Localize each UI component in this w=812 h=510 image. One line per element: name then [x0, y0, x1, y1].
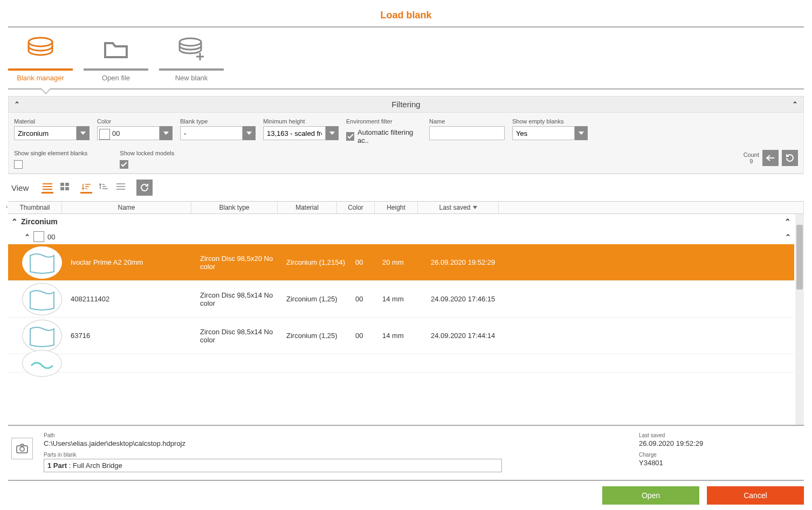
show-single-label: Show single element blanks — [14, 150, 87, 156]
group-header[interactable]: Zirconium — [8, 214, 794, 229]
view-label: View — [11, 183, 29, 192]
color-value: 00 — [112, 129, 120, 137]
footer-buttons: Open Cancel — [8, 481, 804, 510]
last-saved-value: 26.09.2020 19:52:29 — [639, 439, 801, 447]
cell-saved: 24.09.2020 17:46:15 — [431, 295, 522, 303]
show-empty-select[interactable] — [512, 126, 588, 140]
sort-asc-icon[interactable] — [80, 182, 92, 194]
blank-type-label: Blank type — [180, 118, 256, 125]
min-height-select[interactable] — [263, 126, 339, 140]
name-filter-input[interactable] — [429, 126, 505, 140]
cell-name: Ivoclar Prime A2 20mm — [71, 258, 200, 266]
table-row[interactable]: 63716 Zircon Disc 98,5x14 No color Zirco… — [8, 318, 794, 354]
title-bar: Load blank — [8, 0, 804, 27]
material-select[interactable] — [14, 126, 90, 140]
filter-panel-body: Material Color 00 Blank type — [8, 113, 804, 174]
blank-type-value[interactable] — [180, 126, 243, 140]
chevron-up-icon — [785, 233, 791, 241]
chevron-up-icon — [792, 100, 798, 108]
svg-point-1 — [180, 38, 201, 46]
stack-discs-icon — [8, 33, 73, 64]
chevron-down-icon[interactable] — [77, 126, 90, 140]
material-label: Material — [14, 118, 90, 125]
back-button[interactable] — [762, 150, 779, 166]
subgroup-name: 00 — [47, 233, 55, 241]
folder-icon — [84, 33, 148, 64]
color-select[interactable]: 00 — [97, 126, 173, 140]
filter-title: Filtering — [20, 100, 792, 109]
sort-indicator-icon — [473, 206, 477, 209]
col-last-saved[interactable]: Last saved — [418, 202, 499, 213]
chevron-down-icon[interactable] — [160, 126, 173, 140]
reset-button[interactable] — [782, 150, 798, 166]
table-row-partial[interactable] — [8, 354, 794, 373]
env-filter-text: Automatic filtering ac.. — [357, 128, 422, 144]
col-thumbnail[interactable]: Thumbnail — [8, 202, 62, 213]
col-color[interactable]: Color — [337, 202, 375, 213]
tab-label: New blank — [159, 74, 224, 85]
color-swatch-icon — [99, 129, 110, 140]
cell-name: 4082111402 — [71, 295, 200, 303]
show-locked-checkbox[interactable] — [120, 160, 128, 169]
chevron-up-icon — [785, 217, 791, 226]
sort-desc-icon[interactable] — [98, 182, 109, 194]
table-row[interactable]: 4082111402 Zircon Disc 98,5x14 No color … — [8, 281, 794, 318]
view-grid-icon[interactable] — [59, 182, 71, 194]
results-grid: Zirconium 00 Ivoclar Prime A2 20mm Zirco… — [8, 214, 804, 426]
min-height-label: Minimum height — [263, 118, 339, 125]
cell-blank-type: Zircon Disc 98,5x14 No color — [200, 291, 286, 307]
col-blank-type[interactable]: Blank type — [191, 202, 278, 213]
color-label: Color — [97, 118, 173, 125]
chevron-down-icon[interactable] — [575, 126, 588, 140]
subgroup-header[interactable]: 00 — [8, 229, 794, 244]
charge-value: Y34801 — [639, 459, 801, 467]
cell-blank-type: Zircon Disc 98,5x20 No color — [200, 254, 286, 271]
cell-height: 14 mm — [382, 295, 431, 303]
path-label: Path — [44, 432, 628, 438]
cell-color: 00 — [355, 258, 382, 266]
show-empty-value[interactable] — [512, 126, 575, 140]
svg-point-21 — [20, 447, 24, 451]
cell-color: 00 — [355, 332, 382, 340]
tab-label: Blank manager — [8, 74, 73, 85]
open-button[interactable]: Open — [602, 486, 699, 505]
show-single-checkbox[interactable] — [14, 160, 23, 169]
col-name[interactable]: Name — [62, 202, 191, 213]
show-empty-label: Show empty blanks — [512, 118, 588, 125]
col-height[interactable]: Height — [375, 202, 418, 213]
group-name: Zirconium — [21, 217, 58, 226]
parts-in-blank: 1 Part : Full Arch Bridge — [44, 459, 502, 472]
scrollbar-thumb[interactable] — [796, 225, 803, 290]
cell-material: Zirconium (1,25) — [286, 332, 355, 340]
name-filter-label: Name — [429, 118, 505, 125]
view-toolbar: View — [8, 174, 804, 201]
list-plain-icon[interactable] — [115, 182, 127, 194]
chevron-down-icon[interactable] — [243, 126, 256, 140]
svg-rect-8 — [65, 183, 69, 186]
last-saved-label: Last saved — [639, 432, 801, 438]
filter-panel-header[interactable]: Filtering — [8, 96, 804, 113]
cancel-button[interactable]: Cancel — [707, 486, 804, 505]
refresh-button[interactable] — [136, 180, 153, 196]
chevron-down-icon[interactable] — [326, 126, 339, 140]
view-list-icon[interactable] — [42, 182, 53, 194]
cell-blank-type: Zircon Disc 98,5x14 No color — [200, 328, 286, 344]
cell-saved: 24.09.2020 17:44:14 — [431, 332, 522, 340]
svg-rect-7 — [60, 183, 64, 186]
vertical-scrollbar[interactable] — [795, 214, 804, 425]
col-material[interactable]: Material — [278, 202, 337, 213]
tab-open-file[interactable]: Open file — [84, 27, 148, 88]
camera-button[interactable] — [11, 438, 33, 459]
blank-type-select[interactable] — [180, 126, 256, 140]
collapse-left-icon[interactable]: ‹ — [6, 204, 8, 210]
env-filter-checkbox[interactable] — [346, 132, 354, 141]
chevron-up-icon — [11, 217, 18, 226]
tab-new-blank[interactable]: New blank — [159, 27, 224, 88]
env-filter-label: Environment filter — [346, 118, 422, 125]
main-tabs: Blank manager Open file New blank — [8, 27, 804, 89]
table-row[interactable]: Ivoclar Prime A2 20mm Zircon Disc 98,5x2… — [8, 244, 794, 281]
cell-saved: 26.09.2020 19:52:29 — [431, 258, 522, 266]
min-height-value[interactable] — [263, 126, 326, 140]
tab-blank-manager[interactable]: Blank manager — [8, 27, 73, 88]
material-value[interactable] — [14, 126, 77, 140]
